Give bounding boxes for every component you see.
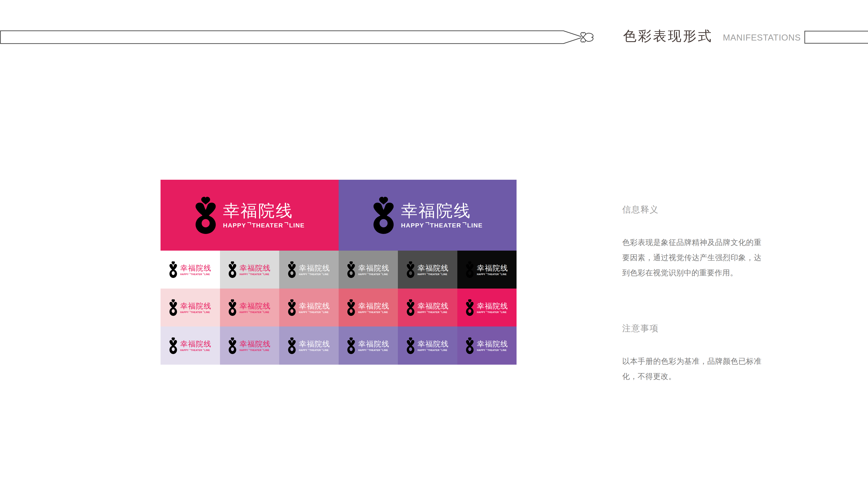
logo-name-cn: 幸福院线 bbox=[417, 340, 449, 348]
logo-name-cn: 幸福院线 bbox=[358, 264, 390, 272]
tagline-word: HAPPY bbox=[240, 273, 248, 275]
logo-tagline: HAPPYTHEATERLINE bbox=[240, 349, 271, 351]
logo-text: 幸福院线 HAPPYTHEATERLINE bbox=[299, 340, 330, 351]
logo-text: 幸福院线 HAPPYTHEATERLINE bbox=[477, 302, 508, 314]
logo-text: 幸福院线 HAPPYTHEATERLINE bbox=[417, 302, 449, 314]
logo-tagline: HAPPYTHEATERLINE bbox=[240, 311, 271, 314]
tagline-tick-icon bbox=[247, 222, 251, 225]
tagline-word: THEATER bbox=[488, 349, 499, 351]
logo-name-cn: 幸福院线 bbox=[240, 302, 271, 310]
tagline-tick-icon bbox=[284, 222, 288, 225]
logo-mark bbox=[406, 337, 415, 354]
tagline-word: THEATER bbox=[430, 222, 461, 229]
tagline-tick-icon bbox=[248, 311, 250, 312]
tagline-tick-icon bbox=[486, 349, 487, 350]
logo-mark bbox=[288, 299, 296, 316]
logo-mark bbox=[466, 337, 474, 354]
tint-swatch-row: 幸福院线 HAPPYTHEATERLINE 幸福院线 HAPPYTHEATERL… bbox=[160, 251, 517, 289]
logo-text: 幸福院线 HAPPYTHEATERLINE bbox=[180, 302, 212, 314]
tagline-tick-icon bbox=[262, 273, 263, 274]
tagline-word: LINE bbox=[204, 311, 210, 314]
logo-name-cn: 幸福院线 bbox=[417, 302, 449, 310]
tint-swatch-cell: 幸福院线 HAPPYTHEATERLINE bbox=[220, 251, 279, 289]
tagline-word: HAPPY bbox=[299, 311, 307, 314]
brand-logo: 幸福院线 HAPPYTHEATERLINE bbox=[466, 261, 508, 278]
logo-tagline: HAPPYTHEATERLINE bbox=[358, 273, 390, 275]
tagline-tick-icon bbox=[380, 311, 382, 312]
logo-mark bbox=[372, 197, 395, 234]
logo-tagline: HAPPYTHEATERLINE bbox=[477, 349, 508, 351]
logo-text: 幸福院线 HAPPYTHEATERLINE bbox=[358, 302, 390, 314]
logo-mark bbox=[406, 299, 415, 316]
tagline-word: THEATER bbox=[428, 273, 439, 275]
tagline-word: THEATER bbox=[250, 273, 261, 275]
logo-text: 幸福院线 HAPPYTHEATERLINE bbox=[180, 340, 212, 351]
tagline-word: LINE bbox=[382, 273, 388, 275]
tagline-tick-icon bbox=[367, 349, 368, 350]
pink-banner-swatch: 幸福院线 HAPPYTHEATERLINE bbox=[160, 180, 339, 251]
logo-tagline: HAPPYTHEATERLINE bbox=[417, 273, 449, 275]
tagline-word: HAPPY bbox=[477, 311, 485, 314]
brand-logo: 幸福院线 HAPPYTHEATERLINE bbox=[228, 261, 271, 278]
brand-logo: 幸福院线 HAPPYTHEATERLINE bbox=[406, 261, 449, 278]
brand-logo: 幸福院线 HAPPYTHEATERLINE bbox=[372, 197, 483, 234]
tagline-tick-icon bbox=[308, 273, 309, 274]
tint-swatch-cell: 幸福院线 HAPPYTHEATERLINE bbox=[339, 251, 398, 289]
tagline-tick-icon bbox=[321, 349, 322, 350]
logo-tagline: HAPPYTHEATERLINE bbox=[358, 311, 390, 314]
logo-name-cn: 幸福院线 bbox=[180, 302, 212, 310]
tagline-word: HAPPY bbox=[401, 222, 424, 229]
logo-text: 幸福院线 HAPPYTHEATERLINE bbox=[240, 302, 271, 314]
tagline-tick-icon bbox=[463, 222, 466, 225]
logo-mark bbox=[228, 299, 237, 316]
logo-text: 幸福院线 HAPPYTHEATERLINE bbox=[299, 302, 330, 314]
brand-logo: 幸福院线 HAPPYTHEATERLINE bbox=[347, 261, 390, 278]
tagline-word: HAPPY bbox=[180, 349, 189, 351]
tagline-word: THEATER bbox=[191, 273, 202, 275]
logo-name-cn: 幸福院线 bbox=[358, 340, 390, 348]
tagline-tick-icon bbox=[440, 311, 441, 312]
tagline-tick-icon bbox=[308, 349, 309, 350]
brand-color-banners: 幸福院线 HAPPYTHEATERLINE 幸福院线 HAPPYTHEATERL… bbox=[160, 180, 517, 251]
tagline-tick-icon bbox=[427, 311, 428, 312]
logo-tagline: HAPPYTHEATERLINE bbox=[401, 222, 483, 229]
page-header: 色彩表现形式 MANIFESTATIONS bbox=[623, 28, 801, 44]
tagline-word: THEATER bbox=[250, 349, 261, 351]
logo-tagline: HAPPYTHEATERLINE bbox=[240, 273, 271, 275]
purple-banner-swatch: 幸福院线 HAPPYTHEATERLINE bbox=[339, 180, 517, 251]
section-body-notes: 以本手册的色彩为基准，品牌颜色已标准化，不得更改。 bbox=[622, 354, 762, 384]
tagline-word: THEATER bbox=[428, 311, 439, 314]
tagline-tick-icon bbox=[427, 349, 428, 350]
tint-swatch-cell: 幸福院线 HAPPYTHEATERLINE bbox=[398, 289, 457, 326]
tagline-word: LINE bbox=[501, 349, 506, 351]
tagline-tick-icon bbox=[262, 349, 263, 350]
tint-swatch-cell: 幸福院线 HAPPYTHEATERLINE bbox=[339, 289, 398, 326]
band-outline bbox=[0, 31, 581, 43]
tint-swatch-cell: 幸福院线 HAPPYTHEATERLINE bbox=[160, 326, 220, 365]
logo-name-cn: 幸福院线 bbox=[223, 202, 305, 220]
tagline-tick-icon bbox=[486, 273, 487, 274]
logo-text: 幸福院线 HAPPYTHEATERLINE bbox=[299, 264, 330, 275]
tagline-tick-icon bbox=[203, 273, 204, 274]
brand-logo: 幸福院线 HAPPYTHEATERLINE bbox=[169, 299, 212, 316]
tint-swatch-row: 幸福院线 HAPPYTHEATERLINE 幸福院线 HAPPYTHEATERL… bbox=[160, 326, 517, 365]
tagline-tick-icon bbox=[203, 349, 204, 350]
page-title-en: MANIFESTATIONS bbox=[723, 33, 801, 42]
tint-swatch-cell: 幸福院线 HAPPYTHEATERLINE bbox=[279, 326, 339, 365]
tagline-word: THEATER bbox=[369, 273, 380, 275]
logo-mark bbox=[194, 197, 217, 234]
logo-text: 幸福院线 HAPPYTHEATERLINE bbox=[417, 340, 449, 351]
tagline-word: HAPPY bbox=[240, 349, 248, 351]
tagline-word: THEATER bbox=[488, 273, 499, 275]
tagline-word: HAPPY bbox=[417, 311, 426, 314]
logo-text: 幸福院线 HAPPYTHEATERLINE bbox=[358, 264, 390, 275]
tagline-word: LINE bbox=[467, 222, 483, 229]
tagline-word: LINE bbox=[382, 349, 388, 351]
logo-tagline: HAPPYTHEATERLINE bbox=[417, 311, 449, 314]
color-manifestation-grid: 幸福院线 HAPPYTHEATERLINE 幸福院线 HAPPYTHEATERL… bbox=[160, 180, 517, 365]
tagline-word: LINE bbox=[323, 273, 329, 275]
logo-name-cn: 幸福院线 bbox=[180, 264, 212, 272]
tagline-tick-icon bbox=[321, 311, 322, 312]
tagline-tick-icon bbox=[203, 311, 204, 312]
tint-swatch-cell: 幸福院线 HAPPYTHEATERLINE bbox=[457, 326, 517, 365]
